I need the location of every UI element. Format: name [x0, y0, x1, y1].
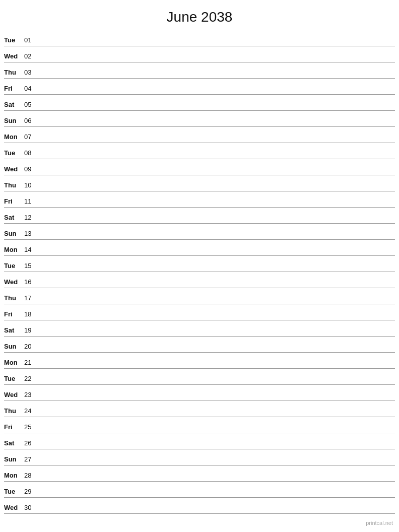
day-number: 23 — [24, 391, 38, 400]
day-number: 05 — [24, 101, 38, 109]
day-number: 13 — [24, 230, 38, 238]
day-number: 22 — [24, 375, 38, 383]
day-name: Fri — [4, 197, 24, 206]
day-name: Fri — [4, 423, 24, 432]
calendar-list: Tue01Wed02Thu03Fri04Sat05Sun06Mon07Tue08… — [0, 30, 399, 514]
day-number: 26 — [24, 439, 38, 448]
day-row: Sat19 — [4, 320, 395, 337]
day-name: Mon — [4, 133, 24, 142]
day-row: Thu03 — [4, 62, 395, 79]
day-row: Wed09 — [4, 159, 395, 175]
day-number: 10 — [24, 181, 38, 190]
day-row: Sat12 — [4, 208, 395, 224]
day-number: 19 — [24, 326, 38, 335]
day-number: 20 — [24, 343, 38, 351]
day-row: Sun20 — [4, 337, 395, 353]
day-row: Tue29 — [4, 482, 395, 498]
day-name: Fri — [4, 310, 24, 319]
day-number: 11 — [24, 197, 38, 206]
day-number: 12 — [24, 214, 38, 222]
day-name: Mon — [4, 472, 24, 480]
day-name: Mon — [4, 246, 24, 254]
page-title: June 2038 — [0, 0, 399, 30]
day-name: Tue — [4, 36, 24, 45]
day-row: Thu10 — [4, 175, 395, 191]
day-name: Sat — [4, 101, 24, 109]
day-name: Tue — [4, 149, 24, 158]
day-row: Sun06 — [4, 111, 395, 127]
day-row: Thu17 — [4, 288, 395, 304]
day-name: Tue — [4, 262, 24, 271]
day-row: Wed30 — [4, 498, 395, 514]
day-name: Mon — [4, 359, 24, 367]
day-row: Wed02 — [4, 46, 395, 62]
day-number: 28 — [24, 472, 38, 480]
day-number: 30 — [24, 504, 38, 512]
day-row: Fri04 — [4, 79, 395, 95]
day-name: Wed — [4, 165, 24, 174]
watermark: printcal.net — [366, 520, 393, 526]
day-name: Tue — [4, 375, 24, 383]
day-row: Fri18 — [4, 304, 395, 320]
day-number: 15 — [24, 262, 38, 271]
day-number: 14 — [24, 246, 38, 254]
day-name: Thu — [4, 181, 24, 190]
day-name: Sun — [4, 230, 24, 238]
day-row: Sat05 — [4, 95, 395, 111]
day-number: 16 — [24, 278, 38, 287]
day-number: 09 — [24, 165, 38, 174]
day-row: Thu24 — [4, 401, 395, 417]
day-number: 02 — [24, 52, 38, 61]
day-row: Tue15 — [4, 256, 395, 272]
day-name: Sun — [4, 455, 24, 464]
day-row: Wed23 — [4, 385, 395, 401]
day-number: 25 — [24, 423, 38, 432]
day-name: Sat — [4, 439, 24, 448]
day-number: 17 — [24, 294, 38, 303]
day-number: 07 — [24, 133, 38, 142]
day-row: Sun27 — [4, 449, 395, 466]
day-number: 04 — [24, 85, 38, 93]
day-name: Thu — [4, 407, 24, 416]
day-number: 08 — [24, 149, 38, 158]
day-row: Fri25 — [4, 417, 395, 433]
day-number: 21 — [24, 359, 38, 367]
day-row: Mon21 — [4, 353, 395, 369]
day-number: 29 — [24, 488, 38, 496]
day-row: Tue22 — [4, 369, 395, 385]
day-name: Wed — [4, 504, 24, 512]
day-name: Sun — [4, 343, 24, 351]
day-number: 06 — [24, 117, 38, 125]
day-row: Wed16 — [4, 272, 395, 288]
day-row: Tue08 — [4, 143, 395, 159]
day-name: Sat — [4, 326, 24, 335]
day-number: 03 — [24, 69, 38, 77]
day-name: Tue — [4, 488, 24, 496]
day-row: Mon28 — [4, 466, 395, 482]
day-name: Wed — [4, 391, 24, 400]
day-name: Fri — [4, 85, 24, 93]
day-number: 01 — [24, 36, 38, 45]
day-row: Sat26 — [4, 433, 395, 449]
day-number: 18 — [24, 310, 38, 319]
day-row: Mon14 — [4, 240, 395, 256]
day-name: Wed — [4, 278, 24, 287]
day-name: Sun — [4, 117, 24, 125]
day-number: 24 — [24, 407, 38, 416]
day-name: Thu — [4, 69, 24, 77]
day-row: Mon07 — [4, 127, 395, 143]
day-name: Sat — [4, 214, 24, 222]
day-number: 27 — [24, 455, 38, 464]
day-name: Thu — [4, 294, 24, 303]
day-row: Tue01 — [4, 30, 395, 46]
day-name: Wed — [4, 52, 24, 61]
day-row: Fri11 — [4, 191, 395, 208]
day-row: Sun13 — [4, 224, 395, 240]
